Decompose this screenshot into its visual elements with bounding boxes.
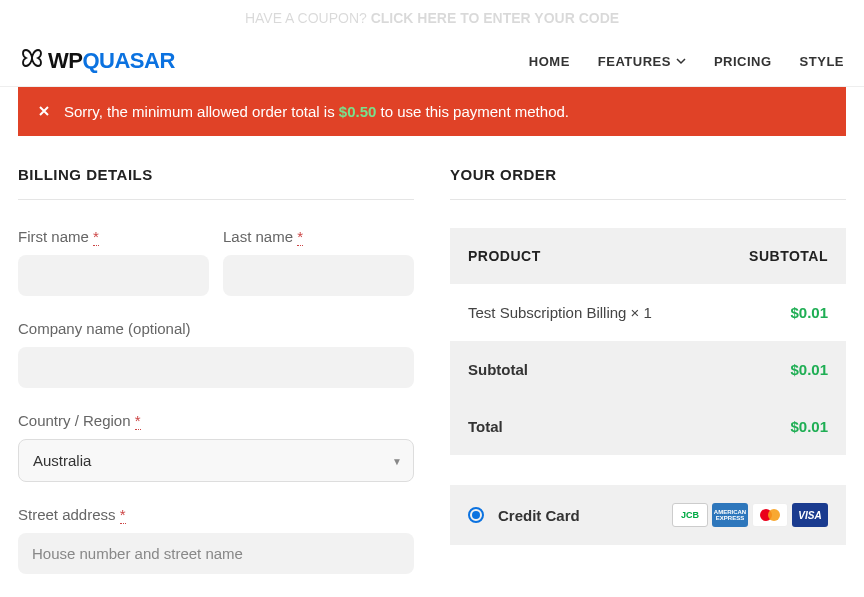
amex-icon: AMERICAN EXPRESS — [712, 503, 748, 527]
coupon-bar: HAVE A COUPON? CLICK HERE TO ENTER YOUR … — [0, 0, 864, 36]
main-nav: HOME FEATURES PRICING STYLE — [529, 54, 844, 69]
mastercard-icon — [752, 503, 788, 527]
company-label: Company name (optional) — [18, 320, 414, 337]
card-logos: JCB AMERICAN EXPRESS VISA — [672, 503, 828, 527]
first-name-label: First name * — [18, 228, 209, 245]
street-address-field[interactable] — [18, 533, 414, 574]
jcb-icon: JCB — [672, 503, 708, 527]
error-suffix: to use this payment method. — [376, 103, 569, 120]
order-subtotal-row: Subtotal $0.01 — [450, 341, 846, 398]
visa-icon: VISA — [792, 503, 828, 527]
street-label: Street address * — [18, 506, 414, 523]
site-header: WPQUASAR HOME FEATURES PRICING STYLE — [0, 36, 864, 87]
required-mark: * — [135, 412, 141, 430]
order-title: YOUR ORDER — [450, 166, 846, 200]
order-head-subtotal: SUBTOTAL — [749, 248, 828, 264]
radio-dot-icon — [472, 511, 480, 519]
error-message: Sorry, the minimum allowed order total i… — [64, 103, 569, 120]
nav-pricing[interactable]: PRICING — [714, 54, 772, 69]
credit-card-radio[interactable] — [468, 507, 484, 523]
required-mark: * — [297, 228, 303, 246]
last-name-field[interactable] — [223, 255, 414, 296]
country-label-text: Country / Region — [18, 412, 135, 429]
close-icon[interactable] — [38, 104, 50, 120]
coupon-text: HAVE A COUPON? — [245, 10, 371, 26]
last-name-label: Last name * — [223, 228, 414, 245]
nav-features-label: FEATURES — [598, 54, 671, 69]
country-select[interactable]: Australia — [18, 439, 414, 482]
nav-style[interactable]: STYLE — [800, 54, 844, 69]
last-name-label-text: Last name — [223, 228, 297, 245]
error-amount: $0.50 — [339, 103, 377, 120]
order-subtotal-label: Subtotal — [468, 361, 528, 378]
order-total-label: Total — [468, 418, 503, 435]
country-label: Country / Region * — [18, 412, 414, 429]
logo-text-wp: WP — [48, 48, 82, 74]
order-table-head: PRODUCT SUBTOTAL — [450, 228, 846, 284]
payment-label: Credit Card — [498, 507, 580, 524]
nav-features[interactable]: FEATURES — [598, 54, 686, 69]
order-total-value: $0.01 — [790, 418, 828, 435]
order-item-name: Test Subscription Billing × 1 — [468, 304, 652, 321]
site-logo[interactable]: WPQUASAR — [20, 48, 175, 74]
first-name-field[interactable] — [18, 255, 209, 296]
order-item-price: $0.01 — [790, 304, 828, 321]
nav-home[interactable]: HOME — [529, 54, 570, 69]
payment-method-box: Credit Card JCB AMERICAN EXPRESS VISA — [450, 485, 846, 545]
coupon-link[interactable]: CLICK HERE TO ENTER YOUR CODE — [371, 10, 619, 26]
billing-title: BILLING DETAILS — [18, 166, 414, 200]
street-label-text: Street address — [18, 506, 120, 523]
logo-text-quasar: QUASAR — [82, 48, 174, 74]
order-total-row: Total $0.01 — [450, 398, 846, 455]
required-mark: * — [93, 228, 99, 246]
required-mark: * — [120, 506, 126, 524]
order-section: YOUR ORDER PRODUCT SUBTOTAL Test Subscri… — [450, 166, 846, 597]
order-item-row: Test Subscription Billing × 1 $0.01 — [450, 284, 846, 341]
order-subtotal-value: $0.01 — [790, 361, 828, 378]
first-name-label-text: First name — [18, 228, 93, 245]
order-table: PRODUCT SUBTOTAL Test Subscription Billi… — [450, 228, 846, 455]
billing-section: BILLING DETAILS First name * Last name *… — [18, 166, 414, 597]
error-banner: Sorry, the minimum allowed order total i… — [18, 87, 846, 136]
order-head-product: PRODUCT — [468, 248, 541, 264]
chevron-down-icon — [676, 54, 686, 69]
company-field[interactable] — [18, 347, 414, 388]
error-prefix: Sorry, the minimum allowed order total i… — [64, 103, 339, 120]
butterfly-icon — [20, 48, 44, 74]
